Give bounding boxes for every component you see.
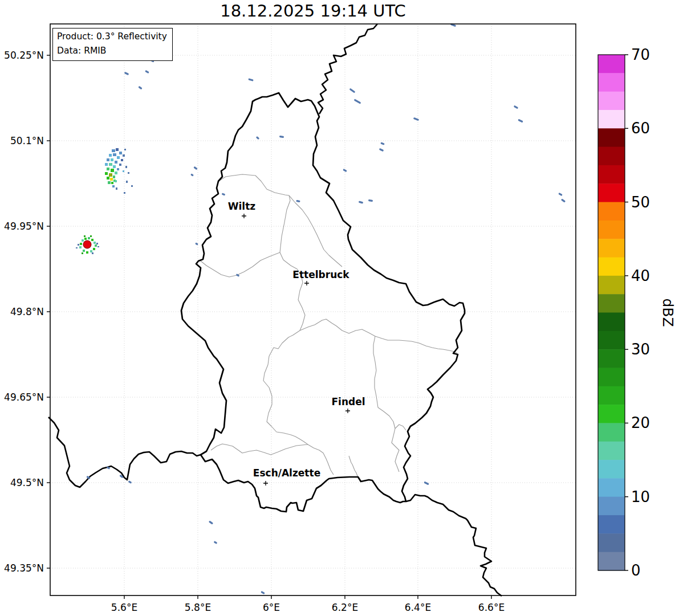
clutter-speck: [248, 78, 254, 81]
clutter-speck: [349, 88, 356, 93]
belgium-france-border: [48, 417, 201, 487]
colorbar-segment: [598, 313, 625, 332]
echo-pixel: [116, 148, 119, 151]
clutter-speck: [193, 166, 198, 170]
clutter-speck: [214, 541, 218, 544]
echo-pixel: [115, 172, 117, 174]
echo-pixel: [105, 163, 108, 166]
echo-pixel: [109, 154, 112, 157]
map-canvas: 5.6°E5.8°E6°E6.2°E6.4°E6.6°E50.25°N50.1°…: [0, 0, 675, 616]
echo-pixel: [115, 180, 117, 182]
site-echo-pixel: [84, 238, 87, 240]
colorbar-segment: [598, 110, 625, 129]
colorbar-segment: [598, 497, 625, 516]
site-echo-pixel: [84, 235, 86, 237]
colorbar-tick-label: 20: [631, 414, 650, 431]
city-label-ettelbruck: Ettelbruck: [292, 269, 349, 280]
city-label-wiltz: Wiltz: [228, 201, 256, 212]
colorbar-tick-label: 30: [631, 341, 650, 358]
y-axis-tick-label: 49.8°N: [10, 306, 44, 317]
site-echo-pixel: [90, 250, 92, 252]
echo-pixel: [119, 164, 121, 166]
echo-pixel: [128, 172, 129, 174]
colorbar-segment: [598, 533, 625, 552]
echo-pixel: [112, 149, 115, 152]
canton-border: [201, 252, 280, 277]
echo-pixel: [107, 177, 109, 180]
y-axis-tick-label: 50.25°N: [4, 50, 44, 61]
site-echo-pixel: [79, 246, 82, 248]
echo-pixel: [126, 181, 128, 183]
site-echo-pixel: [95, 244, 97, 247]
canton-border: [289, 195, 342, 267]
echo-pixel: [112, 185, 115, 187]
echo-pixel: [113, 176, 115, 178]
echo-pixel: [111, 169, 114, 172]
x-axis-tick-label: 6.4°E: [405, 602, 431, 613]
clutter-speck: [514, 105, 519, 109]
colorbar-tick-label: 60: [631, 120, 650, 137]
site-echo-pixel: [82, 252, 83, 254]
site-echo-pixel: [93, 242, 96, 244]
y-axis-tick-label: 49.5°N: [10, 477, 44, 488]
echo-pixel: [124, 192, 125, 194]
colorbar-segment: [598, 442, 625, 460]
site-echo-pixel: [96, 243, 98, 244]
clutter-speck: [222, 193, 226, 195]
city-marker-wiltz: [242, 214, 246, 218]
site-echo-pixel: [82, 239, 84, 242]
echo-pixel: [109, 173, 112, 177]
city-marker-ettelbruck: [304, 281, 309, 285]
colorbar-segment: [598, 423, 625, 442]
y-axis-tick-label: 49.65°N: [4, 391, 44, 403]
clutter-speck: [424, 482, 429, 486]
colorbar-segment: [598, 221, 625, 239]
echo-pixel: [107, 168, 109, 170]
city-marker-esch-alzette: [263, 481, 268, 486]
colorbar-tick-label: 70: [631, 46, 650, 63]
canton-border: [263, 331, 334, 475]
city-label-findel: Findel: [331, 396, 365, 407]
echo-pixel: [105, 172, 108, 175]
colorbar-segment: [598, 276, 625, 295]
clutter-speck: [380, 142, 385, 145]
belgium-germany-border: [318, 24, 377, 114]
clutter-speck: [379, 148, 384, 152]
echo-pixel: [110, 178, 113, 181]
echo-pixel: [121, 159, 123, 161]
echo-pixel: [108, 181, 111, 184]
site-echo-pixel: [88, 237, 90, 239]
echo-pixel: [123, 154, 125, 157]
echo-pixel: [113, 153, 116, 156]
clutter-speck: [279, 136, 284, 138]
colorbar-segment: [598, 294, 625, 313]
colorbar-segment: [598, 478, 625, 497]
colorbar-segment: [598, 239, 625, 258]
colorbar-segment: [598, 258, 625, 276]
clutter-speck: [209, 520, 213, 524]
site-echo-pixel: [78, 244, 79, 246]
site-echo-pixel: [91, 239, 93, 241]
clutter-speck: [190, 173, 194, 176]
x-axis-tick-label: 6.6°E: [478, 602, 505, 613]
city-marker-findel: [345, 409, 350, 413]
clutter-speck: [256, 136, 260, 140]
echo-pixel: [109, 163, 112, 166]
colorbar-segment: [598, 202, 625, 221]
colorbar-segment: [598, 128, 625, 147]
radar-site-dot: [83, 240, 91, 248]
luxembourg-border: [181, 93, 465, 512]
city-label-esch-alzette: Esch/Alzette: [253, 467, 320, 479]
colorbar-segment: [598, 405, 625, 423]
echo-pixel: [113, 165, 116, 168]
clutter-speck: [518, 119, 523, 123]
echo-pixel: [119, 152, 122, 154]
canton-border: [280, 252, 305, 331]
site-echo-pixel: [90, 235, 92, 237]
echo-pixel: [111, 182, 113, 184]
clutter-speck: [128, 480, 132, 484]
site-echo-pixel: [92, 252, 93, 254]
colorbar-segment: [598, 55, 625, 74]
clutter-speck: [261, 591, 265, 594]
canton-border: [218, 174, 290, 252]
